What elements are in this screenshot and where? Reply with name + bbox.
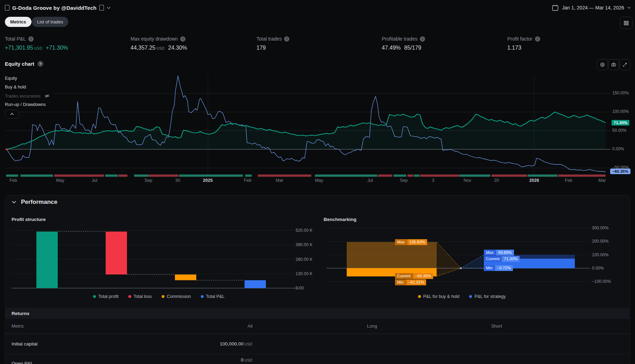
month-pnl-bar[interactable] xyxy=(378,174,392,177)
y-axis-label: 100.00% xyxy=(612,109,629,114)
month-pnl-bar[interactable] xyxy=(6,174,18,177)
info-icon[interactable]: i xyxy=(28,36,34,42)
metric-total-pnl: Total P&Li +71,301.95USD+71.30% xyxy=(5,36,126,51)
layout-menu-button[interactable] xyxy=(620,17,633,29)
strategy-current-badge: Current71.30% xyxy=(484,256,520,262)
month-pnl-bar[interactable] xyxy=(134,174,148,177)
profit-structure-title: Profit structure xyxy=(12,217,46,222)
gear-icon xyxy=(599,61,606,68)
info-icon[interactable]: i xyxy=(180,36,185,42)
metric-label: Profit factor xyxy=(507,36,532,42)
x-axis-label: Feb xyxy=(9,178,17,183)
legend-item[interactable]: Commission xyxy=(162,294,191,299)
benchmarking-legend: P&L for buy & holdP&L for strategy xyxy=(324,294,600,299)
info-icon[interactable]: i xyxy=(535,36,540,42)
buy-hold-range-upper[interactable] xyxy=(347,242,437,268)
strategy-header[interactable]: G-Doda Groove by @DaviddTech xyxy=(5,3,111,12)
waterfall-bar-total-profit[interactable] xyxy=(36,231,58,288)
legend-item[interactable]: P&L for strategy xyxy=(469,294,506,299)
legend-item-trades-excursions[interactable]: Trades excursions xyxy=(5,92,52,100)
buy-hold-max-badge: Max195.83% xyxy=(395,239,427,245)
chart-settings-button[interactable] xyxy=(597,59,608,70)
metric-label: Total P&L xyxy=(5,36,26,42)
tab-list-of-trades[interactable]: List of trades xyxy=(32,17,68,27)
rows-menu-icon xyxy=(623,21,629,26)
metric-total-trades: Total tradesi 179 xyxy=(256,36,377,51)
metric-profit-factor: Profit factori 1.173 xyxy=(507,36,628,51)
tab-metrics[interactable]: Metrics xyxy=(5,17,31,27)
y-axis-label: 150.00% xyxy=(612,91,629,95)
month-pnl-bar[interactable] xyxy=(407,174,413,177)
legend-item-run-up-drawdowns[interactable]: Run-up / Drawdowns xyxy=(5,101,48,108)
month-pnl-bar[interactable] xyxy=(315,174,378,177)
date-chevron-down-icon xyxy=(627,7,631,9)
legend-dot xyxy=(162,295,164,298)
benchmarking-chart[interactable] xyxy=(324,223,635,298)
month-pnl-bar[interactable] xyxy=(245,174,252,177)
metric-value: 47.49% xyxy=(382,45,401,51)
waterfall-bar-total-p-l[interactable] xyxy=(245,280,266,288)
month-pnl-bar[interactable] xyxy=(105,174,118,177)
collapse-chart-button[interactable] xyxy=(5,110,19,119)
performance-title: Performance xyxy=(21,199,57,206)
strategy-start-marker xyxy=(6,149,8,150)
row-label: Initial capital xyxy=(12,341,37,347)
month-pnl-bar[interactable] xyxy=(528,174,558,177)
y-axis-label: 0.00% xyxy=(612,147,624,151)
month-pnl-bar[interactable] xyxy=(54,174,104,177)
col-long[interactable]: Long xyxy=(337,323,377,329)
x-axis-label: May xyxy=(315,178,323,183)
table-row-open-pnl: 0USD Open P&L xyxy=(5,354,630,364)
info-icon[interactable]: i xyxy=(284,36,289,42)
returns-section-header: Returns xyxy=(5,308,630,319)
month-pnl-bar[interactable] xyxy=(414,174,419,177)
month-pnl-bar[interactable] xyxy=(21,174,53,177)
legend-item[interactable]: Total profit xyxy=(93,294,119,299)
equity-chart-header: Equity chart ? xyxy=(5,61,43,67)
strategy-min-badge: Min−0.72% xyxy=(484,265,513,271)
legend-item-buy-hold[interactable]: Buy & hold xyxy=(5,84,28,91)
y-axis-label: 0.00 xyxy=(296,286,304,291)
info-icon[interactable]: i xyxy=(420,36,425,42)
month-pnl-bar[interactable] xyxy=(179,174,243,177)
chart-snapshot-button[interactable] xyxy=(608,59,619,70)
legend-item[interactable]: Total P&L xyxy=(201,294,225,299)
month-pnl-bar[interactable] xyxy=(492,174,527,177)
legend-item[interactable]: P&L for buy & hold xyxy=(418,294,460,299)
strategy-glyph-icon xyxy=(5,5,9,10)
equity-chart[interactable]: FebMayJulSep302025FebMarMayJulSep3Nov202… xyxy=(0,74,635,183)
legend-item-equity[interactable]: Equity xyxy=(5,75,20,82)
x-axis-label: Sep xyxy=(144,178,152,183)
title-chevron-down-icon[interactable] xyxy=(107,7,111,9)
x-axis-label: Jul xyxy=(92,178,97,183)
strategy-lock-icon xyxy=(99,5,104,10)
month-pnl-bar[interactable] xyxy=(258,174,311,177)
waterfall-bar-commission[interactable] xyxy=(175,274,196,280)
x-axis-label: Feb xyxy=(244,178,252,183)
performance-header[interactable]: Performance xyxy=(12,199,57,206)
legend-dot xyxy=(128,295,131,298)
buy-hold-last-value-badge: −60.35% xyxy=(610,169,630,174)
help-icon[interactable]: ? xyxy=(37,61,43,67)
month-pnl-bar[interactable] xyxy=(460,174,491,177)
waterfall-bar-total-loss[interactable] xyxy=(106,231,127,274)
y-axis-label: −100.00% xyxy=(592,279,611,284)
legend-item[interactable]: Total loss xyxy=(128,294,152,299)
chart-fullscreen-button[interactable] xyxy=(619,59,630,70)
col-short[interactable]: Short xyxy=(460,323,502,329)
x-axis-label: 2026 xyxy=(529,178,539,183)
month-pnl-bar[interactable] xyxy=(148,174,178,177)
col-all[interactable]: All xyxy=(215,323,253,329)
profit-structure-legend: Total profitTotal lossCommissionTotal P&… xyxy=(5,294,313,299)
metric-value: 1.173 xyxy=(507,45,521,51)
camera-icon xyxy=(610,61,617,68)
date-range-picker[interactable]: Jan 1, 2024 — Mar 14, 2026 xyxy=(551,3,631,12)
y-axis-label: 260.00 K xyxy=(296,257,312,262)
month-pnl-bar[interactable] xyxy=(420,174,459,177)
month-pnl-bar[interactable] xyxy=(394,174,406,177)
month-pnl-bar[interactable] xyxy=(558,174,606,177)
profit-structure-chart[interactable] xyxy=(5,229,313,294)
month-pnl-bar[interactable] xyxy=(119,174,128,177)
y-axis-label: 100.00% xyxy=(592,252,608,257)
legend-dot xyxy=(201,295,204,298)
